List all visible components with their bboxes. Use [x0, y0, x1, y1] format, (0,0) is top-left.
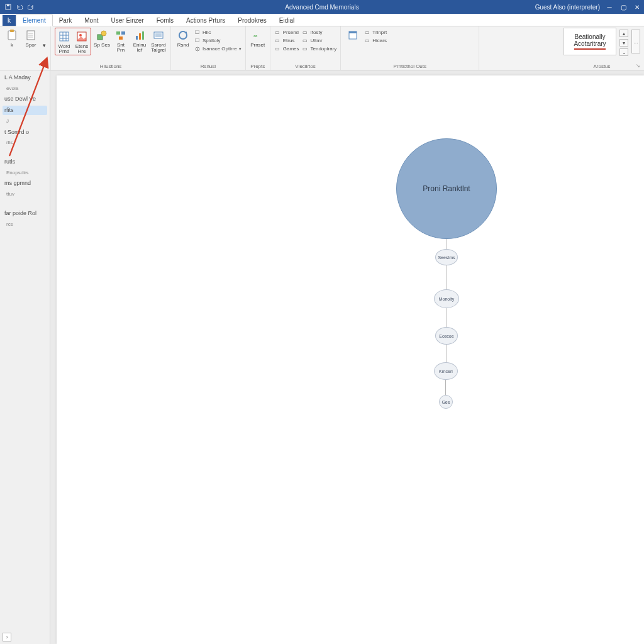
doc-icon: ▭: [302, 45, 309, 52]
mini-tendop[interactable]: ▭Tendopirary: [302, 45, 337, 52]
refresh-button[interactable]: Rsnd: [175, 28, 191, 48]
tab-park[interactable]: Park: [53, 15, 79, 26]
close-button[interactable]: ✕: [630, 0, 644, 14]
tab-element[interactable]: Element: [16, 14, 53, 26]
options-dropdown[interactable]: Isanace Optirre▾: [194, 45, 242, 52]
tab-mont[interactable]: Mont: [78, 15, 104, 26]
dialog-launcher-icon[interactable]: ↘: [636, 63, 640, 69]
dropdown-arrow[interactable]: ▾: [42, 28, 47, 52]
user-label: Guest Also (interpreter): [535, 4, 600, 11]
screenshot-button[interactable]: Ssrord Talgrel: [150, 28, 167, 53]
chevron-down-icon: ▾: [239, 47, 242, 52]
doc-icon: ▭: [364, 29, 370, 36]
doc-icon: ▭: [364, 37, 370, 44]
undo-icon[interactable]: [16, 4, 23, 10]
svg-rect-22: [142, 31, 144, 40]
smartart-diagram[interactable]: Proni Ranktlnt Seestms Monolty Eoscoe Km…: [396, 138, 497, 239]
tab-fomls[interactable]: Fomls: [150, 15, 180, 26]
nav-item[interactable]: t Somrd o: [3, 128, 47, 137]
ribbon-group-4: ∞ Prnset Prepts: [246, 26, 270, 70]
redo-icon[interactable]: [28, 4, 34, 10]
svg-rect-1: [7, 4, 9, 6]
svg-rect-17: [116, 31, 120, 35]
highlighted-buttons: Word Prnd Etens Hre: [55, 28, 91, 55]
file-tab[interactable]: k: [3, 15, 16, 26]
svg-rect-30: [349, 31, 357, 33]
mini-etrus[interactable]: ▭Etrus: [274, 37, 299, 44]
svg-rect-18: [121, 31, 125, 35]
smartart-child-node[interactable]: Kmceri: [434, 362, 458, 380]
mini-prsend[interactable]: ▭Prsend: [274, 29, 299, 36]
smartart-child-node[interactable]: Monolty: [434, 289, 459, 308]
mini-hilc[interactable]: ☐Hilc: [194, 29, 242, 36]
mini-spldtoly[interactable]: ☐Spldtoly: [194, 37, 242, 44]
nav-item[interactable]: Enopsdirs: [3, 169, 47, 177]
tab-actions[interactable]: Actions Prturs: [180, 15, 231, 26]
nav-item-selected[interactable]: rfits: [3, 106, 47, 115]
ribbon-tabs: k Element Park Mont User Einzer Fomls Ac…: [0, 14, 644, 26]
chevron-down-icon: ▾: [38, 39, 50, 52]
nav-item[interactable]: L A Maday: [3, 73, 47, 82]
smartart-child-node[interactable]: Gee: [439, 395, 453, 409]
spin-up-button[interactable]: ▴: [619, 30, 628, 37]
nav-item[interactable]: J: [3, 117, 47, 126]
svg-rect-24: [155, 33, 162, 37]
checkbox-icon: ☐: [194, 29, 201, 36]
spin-more-button[interactable]: ⌄: [619, 48, 628, 56]
maximize-button[interactable]: ▢: [616, 0, 630, 14]
clipboard-icon: [6, 29, 18, 42]
picture-icon: [75, 30, 88, 43]
svg-point-14: [79, 34, 82, 36]
mini-ultmr[interactable]: ▭Ultmr: [302, 37, 337, 44]
mini-trinprt[interactable]: ▭Trinprt: [364, 29, 387, 36]
smartart-button[interactable]: Snt Prn: [113, 28, 129, 53]
tab-eidial[interactable]: Eidial: [273, 15, 301, 26]
more-button[interactable]: …: [631, 30, 640, 53]
protect-button[interactable]: [345, 28, 361, 43]
nav-item[interactable]: far poide Rol: [3, 209, 47, 218]
spin-down-button[interactable]: ▾: [619, 39, 628, 47]
nav-item[interactable]: rutls: [3, 157, 47, 167]
svg-rect-8: [60, 32, 69, 41]
mini-hicars[interactable]: ▭Hicars: [364, 37, 387, 44]
smartart-child-node[interactable]: Eoscoe: [435, 327, 458, 345]
word-print-button[interactable]: Word Prnd: [56, 29, 72, 54]
smartart-child-node[interactable]: Seestms: [435, 249, 458, 265]
nav-item[interactable]: use Dewl Ve: [3, 94, 47, 104]
chart-button[interactable]: Eninu lef: [131, 28, 148, 53]
svg-rect-19: [119, 36, 123, 40]
etens-button[interactable]: Etens Hre: [74, 29, 90, 54]
connector-line: [445, 380, 446, 395]
shapes-icon: [96, 29, 108, 42]
screenshot-icon: [152, 29, 165, 42]
tab-user[interactable]: User Einzer: [104, 15, 150, 26]
mini-games[interactable]: ▭Games: [274, 45, 299, 52]
shapes-button[interactable]: Sp Ses: [94, 28, 110, 48]
style-gallery-item[interactable]: Beationally Acotaritrary: [564, 28, 616, 55]
paste-button[interactable]: k: [4, 28, 20, 48]
document-area[interactable]: Proni Ranktlnt Seestms Monolty Eoscoe Km…: [50, 70, 644, 644]
connector-line: [447, 264, 447, 289]
minimize-button[interactable]: ─: [602, 0, 616, 14]
nav-expand-button[interactable]: ›: [3, 633, 11, 641]
nav-item[interactable]: tfuv: [3, 190, 47, 199]
svg-rect-2: [8, 31, 16, 40]
document-page[interactable]: Proni Ranktlnt Seestms Monolty Eoscoe Km…: [57, 75, 644, 644]
tab-prodokres[interactable]: Prodokres: [231, 15, 273, 26]
save-icon[interactable]: [5, 4, 11, 10]
preset-button[interactable]: ∞ Prnset: [250, 28, 266, 48]
doc-icon: ▭: [274, 29, 281, 36]
connector-line: [447, 239, 447, 249]
nav-item[interactable]: rlls: [3, 138, 47, 147]
smartart-root-node[interactable]: Proni Ranktlnt: [396, 138, 497, 239]
spor-button[interactable]: Spor: [23, 28, 39, 48]
nav-item[interactable]: rcs: [3, 220, 47, 229]
nav-item[interactable]: evola: [3, 84, 47, 93]
nav-item[interactable]: ms gpmnd: [3, 179, 47, 188]
document-title: Advanced Cmd Memorials: [285, 4, 358, 11]
svg-point-27: [197, 48, 198, 50]
link-icon: ∞: [252, 29, 264, 42]
connector-line: [447, 308, 447, 327]
mini-ifosty[interactable]: ▭Ifosty: [302, 29, 337, 36]
title-bar: Advanced Cmd Memorials Guest Also (inter…: [0, 0, 644, 14]
